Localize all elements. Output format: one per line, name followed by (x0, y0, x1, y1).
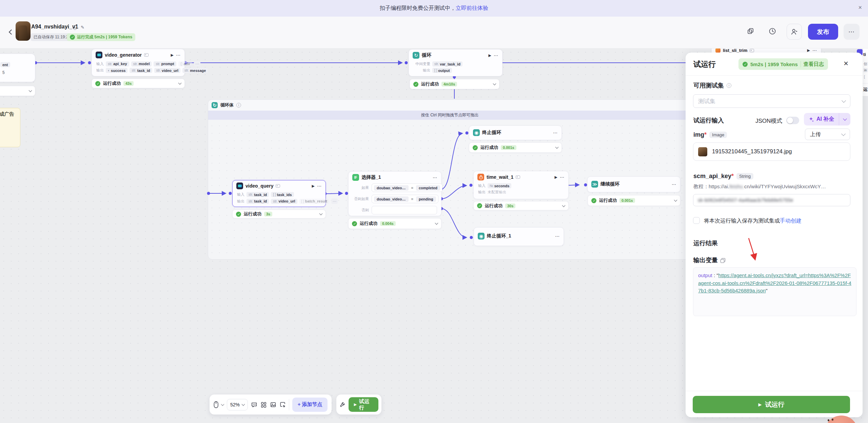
param-tag: {}adv (178, 61, 192, 66)
zoom-select[interactable]: 52% (227, 399, 248, 410)
node-status-row[interactable]: 运行成功 30s (473, 201, 569, 210)
plugin-badge-icon (750, 49, 754, 52)
chevron-down-icon[interactable] (562, 204, 566, 207)
node-more-icon[interactable]: ⋯ (812, 48, 817, 53)
chevron-down-icon[interactable] (319, 212, 323, 215)
node-more-icon[interactable]: ⋯ (176, 53, 181, 58)
node-more-icon[interactable]: ⋯ (494, 53, 498, 58)
success-icon (743, 62, 748, 67)
run-duration: 5m2s | 1959 Tokens (750, 61, 798, 67)
node-continue-loop[interactable]: ≫ 继续循环 ⋯ (587, 176, 680, 192)
node-more-icon[interactable]: ⋯ (560, 175, 565, 180)
var-label: 中间变量 (413, 61, 430, 66)
node-status-row[interactable] (0, 86, 35, 96)
node-status-row[interactable]: 运行成功 43s (92, 79, 185, 88)
json-mode-label: JSON模式 (755, 117, 782, 125)
run-node-icon[interactable]: ▶ (312, 184, 315, 188)
param-tag: str.video_url (154, 68, 180, 73)
promo-link[interactable]: 立即前往体验 (456, 5, 488, 12)
mouse-mode-icon[interactable] (214, 401, 218, 408)
run-node-icon[interactable]: ▶ (489, 53, 491, 58)
ai-complete-button[interactable]: AI 补全 (804, 113, 850, 126)
status-text: 运行成功 (103, 80, 121, 86)
node-title: video_query (245, 183, 273, 189)
run-node-icon[interactable]: ▶ (171, 53, 174, 57)
output-link[interactable]: https://agent.ai-tools.cn/jyxzs?draft_ur… (698, 272, 851, 293)
export-frame-icon[interactable] (279, 401, 286, 408)
save-testset-label: 将本次运行输入保存为测试集或手动创建 (704, 217, 802, 225)
node-more-icon[interactable]: ⋯ (553, 130, 558, 135)
node-status-row[interactable]: 运行成功 4m10s (410, 79, 499, 89)
banner-close-icon[interactable]: × (858, 4, 862, 11)
condition-box-empty[interactable] (372, 206, 437, 214)
wrench-icon[interactable] (339, 401, 346, 408)
json-mode-toggle[interactable] (786, 117, 799, 124)
tutorial-link[interactable]: 教程：https://ai.feishu.cn/wiki/TYFYwojUviw… (693, 184, 826, 190)
run-node-icon[interactable]: ▶ (807, 48, 810, 53)
info-icon[interactable]: i (727, 83, 731, 88)
copy-icon[interactable] (721, 258, 725, 263)
manual-create-link[interactable]: 手动创建 (780, 218, 802, 224)
view-logs-link[interactable]: 查看日志 (804, 61, 824, 68)
chevron-down-icon[interactable] (435, 222, 438, 225)
chevron-down-icon[interactable] (674, 198, 677, 202)
node-more-icon[interactable]: ⋯ (433, 175, 437, 180)
ai-complete-dropdown[interactable] (839, 113, 850, 126)
param-tag: [ ]task_ids (271, 192, 294, 197)
node-more-icon[interactable]: ⋯ (555, 234, 560, 239)
layout-icon[interactable] (260, 401, 267, 408)
node-more-icon[interactable]: ⋯ (672, 182, 676, 187)
status-text: 运行成功 (480, 145, 498, 151)
run-node-icon[interactable]: ▶ (555, 175, 557, 179)
panel-close-icon[interactable]: × (844, 59, 848, 68)
publish-button[interactable]: 发布 (808, 24, 838, 40)
image-icon[interactable] (270, 401, 276, 408)
collaborate-button[interactable] (787, 24, 802, 40)
overflow-tag[interactable]: ⋯ (331, 198, 338, 204)
promo-text: 扣子编程限时免费公开测试中， (380, 5, 456, 12)
add-node-button[interactable]: + 添加节点 (292, 398, 328, 412)
node-status-row[interactable]: 运行成功 3s (232, 210, 326, 218)
chevron-down-icon[interactable] (555, 146, 559, 149)
node-stop-loop-1[interactable]: ◉ 终止循环_1 ⋯ (474, 227, 564, 246)
node-video-generator[interactable]: video_generator ▶ ⋯ 输入 str.api_key str.m… (92, 49, 185, 76)
param-tag: [ ]output (432, 68, 452, 73)
save-testset-checkbox[interactable] (693, 217, 700, 224)
plugin-badge-icon (144, 53, 149, 57)
type-badge: String (736, 173, 753, 179)
canvas-note[interactable]: 生成广告 (0, 108, 20, 147)
duplicate-button[interactable] (745, 25, 757, 37)
param-tag: ent (0, 62, 10, 67)
history-button[interactable] (766, 25, 778, 37)
node-status-row[interactable]: 运行成功 0.001s (469, 142, 562, 153)
comment-icon[interactable] (251, 401, 257, 408)
node-loop[interactable]: ↻ 循环 ▶ ⋯ 中间变量 str.var_task_id 输出 [ ]outp… (409, 49, 502, 76)
node-selector[interactable]: IF 选择器_1 ⋯ 如果 doubao_video… = completed … (348, 171, 441, 216)
run-result-label: 运行结果 (693, 239, 718, 247)
uploaded-file[interactable]: 19153210445_1351979124.jpg (693, 142, 850, 161)
node-video-query[interactable]: video_query ▶ ⋯ 输入 str.task_id [ ]task_i… (232, 180, 326, 207)
output-value-box[interactable]: output : "https://agent.ai-tools.cn/jyxz… (693, 267, 856, 316)
node-status-row[interactable]: 运行成功 0.004s (348, 218, 441, 229)
node-status-row[interactable]: 运行成功 0.001s (588, 195, 680, 206)
node-more-icon[interactable]: ⋯ (317, 184, 322, 189)
api-key-input[interactable]: sk-b062e8f34507-4a46aacb7feb88e5755e (693, 194, 850, 206)
condition-box[interactable]: doubao_video… = completed (372, 184, 442, 192)
test-run-button[interactable]: ▶试运行 (349, 397, 378, 412)
header-more-button[interactable]: ⋯ (844, 24, 860, 40)
info-icon[interactable]: i (73, 25, 77, 30)
chevron-down-icon[interactable] (178, 81, 182, 85)
workflow-avatar[interactable] (16, 21, 31, 41)
back-button[interactable] (9, 30, 14, 35)
panel-test-run-button[interactable]: ▶ 试运行 (693, 396, 850, 413)
node-time-wait[interactable]: time_wait_1 ▶ ⋯ 输入 №seconds 输出 未配置输出 (473, 171, 569, 199)
node-stop-loop[interactable]: ◉ 终止循环 ⋯ (469, 126, 562, 140)
chevron-down-icon[interactable] (221, 402, 224, 406)
upload-select[interactable]: 上传 (805, 129, 850, 140)
chevron-down-icon[interactable] (493, 82, 496, 85)
edit-title-icon[interactable]: ✎ (81, 25, 84, 30)
overflow-tag[interactable]: ⋯ (194, 61, 200, 66)
condition-box[interactable]: doubao_video… = pending (372, 195, 438, 203)
testset-select[interactable]: 测试集 (693, 94, 850, 108)
node-partial-left[interactable]: ent 5 (0, 54, 35, 82)
